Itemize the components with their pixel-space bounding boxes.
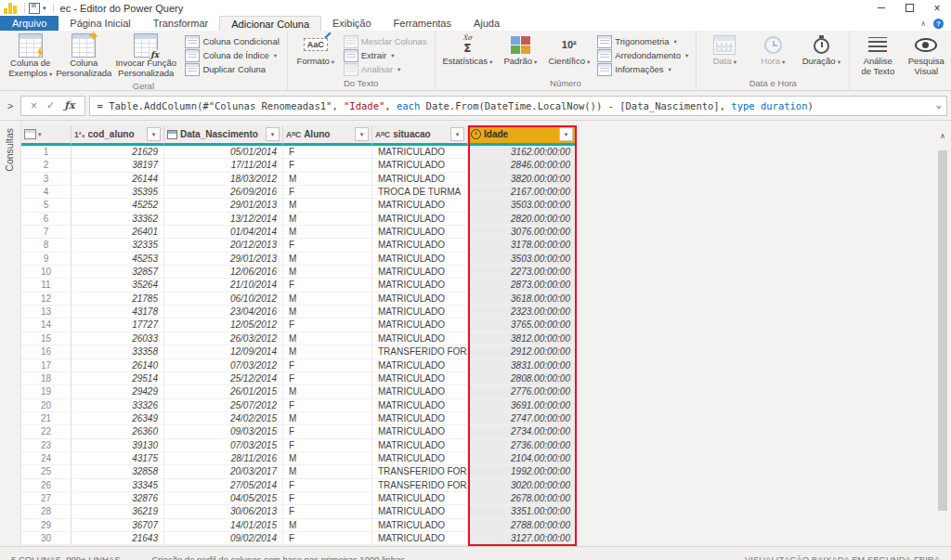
row-number[interactable]: 8 [21,239,72,252]
cell[interactable]: 2736.00:00:00 [468,439,577,452]
cell[interactable]: 2167.00:00:00 [468,186,577,199]
tab-transformar[interactable]: Transformar [142,16,220,31]
cell[interactable]: 17/11/2014 [164,159,283,172]
cell[interactable]: 28/11/2016 [164,452,283,465]
cell[interactable]: M [283,385,372,398]
column-header-cod-aluno[interactable]: 1²₃ cod_aluno ▾ [72,125,164,146]
ribbon-button-padrao[interactable]: Padrão▾ [496,33,544,69]
queries-pane-collapsed[interactable]: Consultas [0,121,21,546]
cell[interactable]: 12/06/2016 [164,266,283,279]
cell[interactable]: 09/02/2014 [164,532,283,545]
ribbon-button-data[interactable]: Data▾ [700,33,749,69]
cell[interactable]: 3820.00:00:00 [468,173,577,186]
ribbon-button-coluna-de-exemplos[interactable]: Coluna de Exemplos▾ [4,33,58,80]
cell[interactable]: 36219 [72,505,164,518]
ribbon-button-analise-de-texto[interactable]: Análise de Texto [853,33,902,77]
cell[interactable]: 33345 [72,479,164,492]
cell[interactable]: F [283,399,372,412]
cell[interactable]: 3076.00:00:00 [468,226,577,239]
cell[interactable]: 3503.00:00:00 [468,253,577,266]
collapse-ribbon-icon[interactable]: ∧ [920,20,926,28]
cell[interactable]: 3765.00:00:00 [468,319,577,332]
cell[interactable]: M [283,519,372,532]
cell[interactable]: F [283,425,372,438]
cell[interactable]: TROCA DE TURMA [372,186,468,199]
cell[interactable]: F [283,239,372,252]
cell[interactable]: 43175 [72,452,164,465]
cell[interactable]: 29429 [72,385,164,398]
cell[interactable]: 21643 [72,532,164,545]
cell[interactable]: F [283,505,372,518]
ribbon-button-formato[interactable]: AaCFormato▾ [292,33,340,69]
cell[interactable]: 2104.00:00:00 [468,452,577,465]
cell[interactable]: 13/12/2014 [164,213,283,226]
column-header-situacao[interactable]: AᴮC situacao ▾ [372,125,468,146]
cell[interactable]: 2747.00:00:00 [468,412,577,425]
cell[interactable]: F [283,159,372,172]
tab-ajuda[interactable]: Ajuda [462,16,511,31]
cell[interactable]: MATRICULADO [372,359,468,372]
row-number[interactable]: 25 [21,465,72,478]
cell[interactable]: 25/12/2014 [164,372,283,385]
cell[interactable]: 12/09/2014 [164,345,283,358]
cell[interactable]: MATRICULADO [372,159,468,172]
filter-icon[interactable]: ▾ [559,127,573,141]
row-number[interactable]: 9 [21,253,72,266]
cell[interactable]: 21785 [72,293,164,306]
cell[interactable]: 45252 [72,199,164,212]
cell[interactable]: MATRICULADO [372,425,468,438]
cell[interactable]: 33358 [72,345,164,358]
expand-queries-pane-icon[interactable]: > [7,100,13,111]
cell[interactable]: 2846.00:00:00 [468,159,577,172]
cell[interactable]: F [283,439,372,452]
tab-exibicao[interactable]: Exibição [321,16,383,31]
cell[interactable]: MATRICULADO [372,239,468,252]
row-number[interactable]: 19 [21,385,72,398]
cell[interactable]: 07/03/2012 [164,359,283,372]
cell[interactable]: 2808.00:00:00 [468,372,577,385]
filter-icon[interactable]: ▾ [450,127,464,141]
cell[interactable]: 06/10/2012 [164,293,283,306]
row-number[interactable]: 2 [21,159,72,172]
cell[interactable]: TRANSFERIDO FORA [372,345,468,358]
minimize-button[interactable] [867,0,895,16]
column-header-idade-selected[interactable]: Idade ▾ [468,125,577,146]
row-number[interactable]: 18 [21,372,72,385]
cell[interactable]: 1992.00:00:00 [468,465,577,478]
cell[interactable]: 2678.00:00:00 [468,492,577,505]
filter-icon[interactable]: ▾ [266,127,280,141]
cell[interactable]: MATRICULADO [372,452,468,465]
row-number[interactable]: 20 [21,399,72,412]
cell[interactable]: MATRICULADO [372,146,468,159]
row-number[interactable]: 13 [21,306,72,319]
cancel-formula-icon[interactable]: × [31,99,37,112]
cell[interactable]: F [283,479,372,492]
cell[interactable]: 3618.00:00:00 [468,293,577,306]
cell[interactable]: MATRICULADO [372,532,468,545]
cell[interactable]: 14/01/2015 [164,519,283,532]
cell[interactable]: MATRICULADO [372,332,468,345]
cell[interactable]: MATRICULADO [372,492,468,505]
cell[interactable]: MATRICULADO [372,439,468,452]
row-number[interactable]: 4 [21,186,72,199]
cell[interactable]: 33326 [72,399,164,412]
cell[interactable]: M [283,345,372,358]
row-number[interactable]: 30 [21,532,72,545]
cell[interactable]: 26349 [72,412,164,425]
cell[interactable]: F [283,532,372,545]
cell[interactable]: 30/06/2013 [164,505,283,518]
cell[interactable]: 3162.00:00:00 [468,146,577,159]
cell[interactable]: 07/03/2015 [164,439,283,452]
cell[interactable]: 20/12/2013 [164,239,283,252]
column-header-aluno[interactable]: AᴮC Aluno ▾ [283,125,372,146]
cell[interactable]: 20/03/2017 [164,465,283,478]
ribbon-button-duplicar-coluna[interactable]: Duplicar Coluna [183,62,280,76]
row-number[interactable]: 23 [21,439,72,452]
cell[interactable]: MATRICULADO [372,306,468,319]
cell[interactable]: F [283,359,372,372]
cell[interactable]: MATRICULADO [372,505,468,518]
cell[interactable]: 26/09/2016 [164,186,283,199]
ribbon-button-informacoes[interactable]: Informações▾ [595,62,690,76]
commit-formula-icon[interactable]: ✓ [46,99,55,111]
row-number[interactable]: 7 [21,226,72,239]
